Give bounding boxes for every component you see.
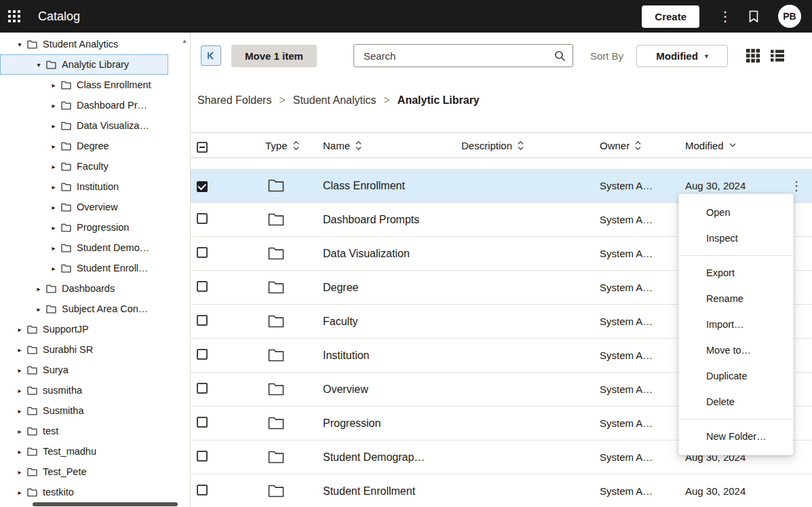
overflow-menu-icon[interactable]: ⋮ <box>714 9 731 24</box>
sidebar-item-dashboards[interactable]: ▸ Dashboards <box>0 278 168 299</box>
sidebar-item-degree[interactable]: ▸ Degree <box>0 136 168 156</box>
grid-view-icon[interactable] <box>746 48 760 63</box>
caret-right-icon[interactable]: ▸ <box>16 428 24 435</box>
context-menu-item-delete[interactable]: Delete <box>679 389 793 415</box>
context-menu-item-new-folder[interactable]: New Folder… <box>679 424 793 449</box>
sidebar-item-susmitha-lower[interactable]: ▸ susmitha <box>0 380 168 400</box>
caret-right-icon[interactable]: ▸ <box>50 244 58 252</box>
select-all-checkbox[interactable] <box>197 142 208 153</box>
sidebar-item-test-pete[interactable]: ▸ Test_Pete <box>0 462 168 482</box>
search-input[interactable] <box>362 50 554 62</box>
sidebar-item-dashboard-prompts[interactable]: ▸ Dashboard Pr… <box>0 95 168 115</box>
caret-right-icon[interactable]: ▸ <box>50 122 58 130</box>
sidebar-item-susmitha-upper[interactable]: ▸ Susmitha <box>0 400 168 421</box>
sidebar-item-data-visualization[interactable]: ▸ Data Visualiza… <box>0 115 168 136</box>
sidebar-item-surabhi-sr[interactable]: ▸ Surabhi SR <box>0 339 168 360</box>
app-launcher-icon[interactable] <box>8 10 20 22</box>
table-row[interactable]: Student Enrollment System A… Aug 30, 202… <box>191 474 812 507</box>
row-name[interactable]: Student Enrollment <box>316 485 455 497</box>
row-name[interactable]: Data Visualization <box>316 248 455 260</box>
caret-right-icon[interactable]: ▸ <box>16 407 24 415</box>
caret-down-icon[interactable]: ▾ <box>16 41 24 48</box>
column-header-name[interactable]: Name <box>316 140 455 151</box>
caret-right-icon[interactable]: ▸ <box>16 367 24 374</box>
caret-right-icon[interactable]: ▸ <box>16 448 24 455</box>
sort-dropdown[interactable]: Modified ▾ <box>636 45 728 67</box>
collapse-pane-button[interactable] <box>201 45 221 66</box>
search-box[interactable] <box>353 44 573 67</box>
row-checkbox[interactable] <box>197 281 208 292</box>
caret-right-icon[interactable]: ▸ <box>50 81 58 89</box>
breadcrumb-student-analytics[interactable]: Student Analytics <box>293 94 376 107</box>
row-name[interactable]: Faculty <box>316 316 455 328</box>
row-checkbox[interactable] <box>197 349 208 360</box>
search-icon[interactable] <box>554 50 566 62</box>
scroll-up-icon[interactable]: ▲ <box>182 38 187 44</box>
caret-right-icon[interactable]: ▸ <box>16 468 24 476</box>
avatar[interactable]: PB <box>778 5 801 28</box>
row-checkbox[interactable] <box>197 451 208 462</box>
sidebar-item-institution[interactable]: ▸ Institution <box>0 176 168 197</box>
breadcrumb-shared-folders[interactable]: Shared Folders <box>197 94 271 107</box>
row-name[interactable]: Progression <box>316 417 455 430</box>
column-header-type[interactable]: Type <box>258 140 316 151</box>
caret-right-icon[interactable]: ▸ <box>50 265 58 272</box>
sidebar-item-overview[interactable]: ▸ Overview <box>0 197 168 217</box>
sidebar-item-progression[interactable]: ▸ Progression <box>0 217 168 238</box>
caret-right-icon[interactable]: ▸ <box>35 305 43 313</box>
sidebar-item-testkito[interactable]: ▸ testkito <box>0 482 168 502</box>
row-checkbox[interactable] <box>197 181 208 192</box>
row-actions-kebab-icon[interactable]: ⋮ <box>790 180 803 192</box>
row-checkbox[interactable] <box>197 485 208 495</box>
row-checkbox[interactable] <box>197 417 208 428</box>
context-menu-item-move-to[interactable]: Move to… <box>679 337 793 363</box>
caret-right-icon[interactable]: ▸ <box>16 326 24 333</box>
row-name[interactable]: Student Demograp… <box>316 451 455 464</box>
caret-right-icon[interactable]: ▸ <box>50 224 58 231</box>
caret-right-icon[interactable]: ▸ <box>35 285 43 293</box>
column-header-description[interactable]: Description <box>455 140 593 151</box>
column-header-modified[interactable]: Modified <box>678 140 781 151</box>
row-checkbox[interactable] <box>197 213 208 224</box>
sidebar-item-subject-area-contents[interactable]: ▸ Subject Area Con… <box>0 299 168 319</box>
context-menu-item-duplicate[interactable]: Duplicate <box>679 363 793 389</box>
row-name[interactable]: Institution <box>316 350 455 362</box>
sidebar-item-test-madhu[interactable]: ▸ Test_madhu <box>0 441 168 462</box>
caret-down-icon[interactable]: ▾ <box>35 61 43 69</box>
caret-right-icon[interactable]: ▸ <box>50 163 58 170</box>
bookmark-icon[interactable] <box>744 10 763 24</box>
context-menu-item-import[interactable]: Import… <box>679 312 793 337</box>
row-name[interactable]: Dashboard Prompts <box>316 214 455 226</box>
sidebar-item-analytic-library[interactable]: ▾ Analytic Library <box>0 54 168 75</box>
caret-right-icon[interactable]: ▸ <box>16 387 24 394</box>
context-menu-item-open[interactable]: Open <box>679 200 793 225</box>
context-menu-item-export[interactable]: Export <box>679 260 793 286</box>
horizontal-scrollbar-thumb[interactable] <box>33 502 178 506</box>
caret-right-icon[interactable]: ▸ <box>50 183 58 191</box>
create-button[interactable]: Create <box>642 5 699 28</box>
caret-right-icon[interactable]: ▸ <box>16 489 24 496</box>
sidebar-item-student-enrollment[interactable]: ▸ Student Enroll… <box>0 258 168 278</box>
sidebar-item-supportjp[interactable]: ▸ SupportJP <box>0 319 168 339</box>
move-items-button[interactable]: Move 1 item <box>231 45 317 67</box>
caret-right-icon[interactable]: ▸ <box>50 143 58 150</box>
row-checkbox[interactable] <box>197 315 208 326</box>
row-name[interactable]: Overview <box>316 383 455 396</box>
caret-right-icon[interactable]: ▸ <box>50 102 58 109</box>
context-menu-item-inspect[interactable]: Inspect <box>679 225 793 251</box>
column-header-owner[interactable]: Owner <box>593 140 678 151</box>
sidebar-item-test[interactable]: ▸ test <box>0 421 168 441</box>
row-name[interactable]: Class Enrollment <box>316 180 455 192</box>
row-name[interactable]: Degree <box>316 282 455 294</box>
sidebar-item-class-enrollment[interactable]: ▸ Class Enrollment <box>0 75 168 95</box>
sidebar-item-faculty[interactable]: ▸ Faculty <box>0 156 168 176</box>
row-checkbox[interactable] <box>197 247 208 258</box>
sidebar-item-surya[interactable]: ▸ Surya <box>0 360 168 380</box>
caret-right-icon[interactable]: ▸ <box>50 204 58 211</box>
row-checkbox[interactable] <box>197 383 208 394</box>
caret-right-icon[interactable]: ▸ <box>16 346 24 354</box>
list-view-icon[interactable] <box>770 48 785 63</box>
context-menu-item-rename[interactable]: Rename <box>679 286 793 312</box>
sidebar-item-student-analytics[interactable]: ▾ Student Analytics <box>0 34 168 54</box>
sidebar-item-student-demographics[interactable]: ▸ Student Demo… <box>0 238 168 258</box>
